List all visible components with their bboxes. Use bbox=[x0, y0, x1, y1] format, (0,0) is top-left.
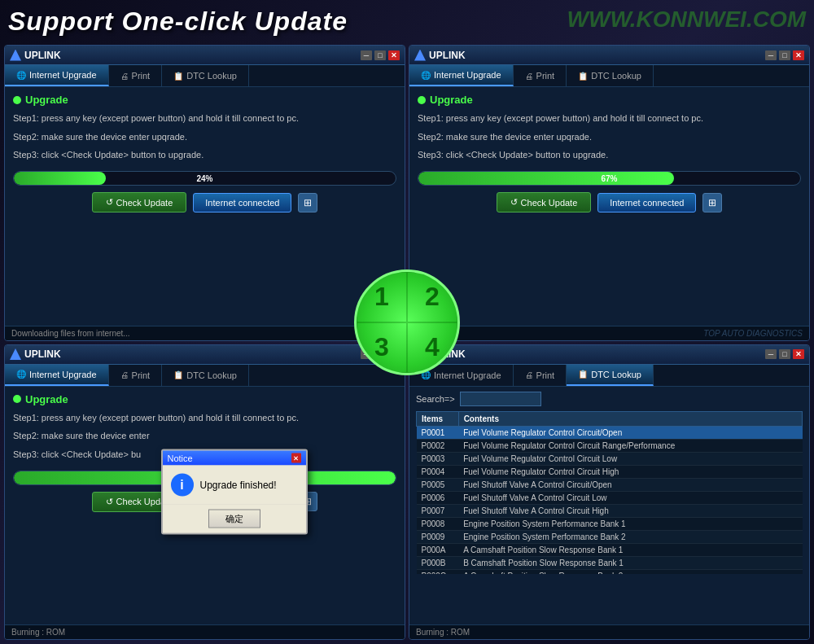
tab-dtc-q3[interactable]: 📋 DTC Lookup bbox=[162, 365, 249, 386]
table-row[interactable]: P000BB Camshaft Position Slow Response B… bbox=[417, 556, 803, 569]
minimize-btn-q2[interactable]: ─ bbox=[765, 50, 777, 60]
tab-internet-upgrade-q2[interactable]: 🌐 Internet Upgrade bbox=[409, 65, 514, 86]
minimize-btn-q4[interactable]: ─ bbox=[765, 349, 777, 359]
tab-internet-upgrade-q3[interactable]: 🌐 Internet Upgrade bbox=[5, 365, 109, 386]
maximize-btn-q2[interactable]: □ bbox=[779, 50, 790, 60]
tab-print-q4[interactable]: 🖨 Print bbox=[514, 365, 567, 386]
dtc-content-cell: Fuel Volume Regulator Control Circuit Hi… bbox=[458, 465, 802, 478]
print-icon-q3: 🖨 bbox=[120, 370, 129, 379]
tab-print-q1[interactable]: 🖨 Print bbox=[109, 65, 163, 86]
close-btn-q2[interactable]: ✕ bbox=[793, 50, 804, 60]
tab-print-q2[interactable]: 🖨 Print bbox=[514, 65, 567, 86]
progress-text-q1: 24% bbox=[196, 174, 212, 183]
titlebar-buttons-q4: ─ □ ✕ bbox=[765, 349, 804, 359]
table-row[interactable]: P0001Fuel Volume Regulator Control Circu… bbox=[417, 426, 803, 439]
dtc-icon-q1: 📋 bbox=[173, 72, 183, 81]
table-row[interactable]: P0003Fuel Volume Regulator Control Circu… bbox=[417, 452, 803, 465]
minimize-btn-q1[interactable]: ─ bbox=[361, 50, 372, 60]
notice-close-btn[interactable]: ✕ bbox=[291, 453, 301, 463]
print-icon-q4: 🖨 bbox=[525, 370, 533, 379]
tab-dtc-q4[interactable]: 📋 DTC Lookup bbox=[567, 365, 654, 386]
table-row[interactable]: P0006Fuel Shutoff Valve A Control Circui… bbox=[417, 491, 803, 504]
nav-tabs-q3: 🌐 Internet Upgrade 🖨 Print 📋 DTC Lookup bbox=[5, 365, 405, 387]
dtc-table-container[interactable]: Items Contents P0001Fuel Volume Regulato… bbox=[416, 411, 803, 574]
internet-connected-btn-q2[interactable]: Internet connected bbox=[597, 193, 696, 212]
dtc-item: P0006 bbox=[417, 491, 459, 504]
dtc-item: P0008 bbox=[417, 517, 459, 530]
tab-internet-upgrade-q1[interactable]: 🌐 Internet Upgrade bbox=[5, 65, 109, 86]
tab-dtc-q1[interactable]: 📋 DTC Lookup bbox=[162, 65, 249, 86]
dtc-content-cell: Fuel Shutoff Valve A Control Circuit Low bbox=[458, 491, 802, 504]
check-update-btn-q2[interactable]: ↺ Check Update bbox=[497, 192, 592, 212]
tab-dtc-q2[interactable]: 📋 DTC Lookup bbox=[567, 65, 654, 86]
table-row[interactable]: P0008Engine Position System Performance … bbox=[417, 517, 803, 530]
status-bar-q2: TOP AUTO DIAGNOSTICS bbox=[409, 326, 809, 340]
notice-footer: 确定 bbox=[163, 505, 306, 533]
search-row: Search=> bbox=[416, 392, 803, 406]
table-row[interactable]: P0004Fuel Volume Regulator Control Circu… bbox=[417, 465, 803, 478]
titlebar-text-q1: UPLINK bbox=[24, 50, 361, 61]
content-q2: Upgrade Step1: press any key (except pow… bbox=[409, 87, 809, 326]
print-icon-q1: 🖨 bbox=[120, 72, 129, 81]
website-label: WWW.KONNWEI.COM bbox=[567, 7, 806, 33]
notice-dialog: Notice ✕ i Upgrade finished! 确定 bbox=[161, 449, 308, 535]
dtc-content-cell: Fuel Shutoff Valve A Control Circuit/Ope… bbox=[458, 478, 802, 491]
upgrade-dot-q3 bbox=[13, 395, 21, 403]
progress-fill-q2 bbox=[418, 172, 674, 185]
dtc-icon-q4: 📋 bbox=[578, 370, 588, 379]
window-q4: UPLINK ─ □ ✕ 🌐 Internet Upgrade 🖨 Print … bbox=[409, 344, 810, 641]
status-bar-q4: Burning : ROM bbox=[409, 624, 809, 639]
dtc-item: P000A bbox=[417, 543, 459, 556]
screen-icon-btn-q2[interactable]: ⊞ bbox=[702, 193, 722, 212]
step2-q1: Step2: make sure the device enter upqrad… bbox=[13, 129, 396, 145]
tab-print-q3[interactable]: 🖨 Print bbox=[109, 365, 163, 386]
button-row-q2: ↺ Check Update Internet connected ⊞ bbox=[418, 192, 801, 212]
step1-q1: Step1: press any key (except power butto… bbox=[13, 111, 396, 126]
titlebar-buttons-q1: ─ □ ✕ bbox=[361, 50, 400, 60]
notice-body: i Upgrade finished! bbox=[163, 466, 306, 505]
check-update-btn-q1[interactable]: ↺ Check Update bbox=[92, 192, 187, 212]
dtc-item: P000C bbox=[417, 569, 459, 574]
maximize-btn-q1[interactable]: □ bbox=[374, 50, 386, 60]
step1-q3: Step1: press any key (except power butto… bbox=[13, 410, 396, 426]
dtc-content-cell: Fuel Shutoff Valve A Control Circuit Hig… bbox=[458, 504, 802, 517]
screen-icon-btn-q1[interactable]: ⊞ bbox=[298, 193, 317, 212]
table-row[interactable]: P0002Fuel Volume Regulator Control Circu… bbox=[417, 439, 803, 452]
titlebar-q1: UPLINK ─ □ ✕ bbox=[5, 46, 405, 65]
notice-titlebar: Notice ✕ bbox=[163, 451, 306, 466]
step3-q1: Step3: click <Check Update> button to up… bbox=[13, 147, 396, 163]
page-title: Support One-click Update bbox=[8, 7, 348, 37]
table-row[interactable]: P0005Fuel Shutoff Valve A Control Circui… bbox=[417, 478, 803, 491]
globe-icon-q2: 🌐 bbox=[421, 71, 431, 80]
dtc-content-cell: Engine Position System Performance Bank … bbox=[458, 517, 802, 530]
titlebar-text-q2: UPLINK bbox=[429, 50, 765, 61]
status-bar-q1: Downloading files from internet... bbox=[5, 326, 405, 340]
dtc-content-cell: B Camshaft Position Slow Response Bank 1 bbox=[458, 556, 802, 569]
window-q1: UPLINK ─ □ ✕ 🌐 Internet Upgrade 🖨 Print … bbox=[4, 45, 405, 341]
dtc-content-cell: Engine Position System Performance Bank … bbox=[458, 530, 802, 543]
internet-connected-btn-q1[interactable]: Internet connected bbox=[193, 193, 291, 212]
col-items: Items bbox=[417, 411, 459, 426]
table-row[interactable]: P000CA Camshaft Position Slow Response B… bbox=[417, 569, 803, 574]
table-row[interactable]: P0007Fuel Shutoff Valve A Control Circui… bbox=[417, 504, 803, 517]
nav-tabs-q2: 🌐 Internet Upgrade 🖨 Print 📋 DTC Lookup bbox=[409, 65, 809, 87]
table-row[interactable]: P000AA Camshaft Position Slow Response B… bbox=[417, 543, 803, 556]
refresh-icon-q1: ↺ bbox=[106, 197, 113, 208]
dtc-icon-q2: 📋 bbox=[578, 72, 588, 81]
quad-num-3: 3 bbox=[357, 322, 407, 373]
table-row[interactable]: P0009Engine Position System Performance … bbox=[417, 530, 803, 543]
search-input[interactable] bbox=[460, 392, 541, 406]
maximize-btn-q4[interactable]: □ bbox=[779, 349, 790, 359]
dtc-item: P0004 bbox=[417, 465, 459, 478]
dtc-content: Search=> Items Contents P0001Fuel Volume… bbox=[409, 387, 809, 625]
quadrant-circle: 1 2 3 4 bbox=[354, 269, 460, 375]
upgrade-title-q1: Upgrade bbox=[13, 94, 396, 106]
notice-ok-btn[interactable]: 确定 bbox=[208, 510, 260, 528]
dtc-content-cell: Fuel Volume Regulator Control Circuit Lo… bbox=[458, 452, 802, 465]
watermark-q2: TOP AUTO DIAGNOSTICS bbox=[703, 329, 803, 338]
close-btn-q1[interactable]: ✕ bbox=[388, 50, 400, 60]
close-btn-q4[interactable]: ✕ bbox=[793, 349, 804, 359]
print-icon-q2: 🖨 bbox=[525, 72, 533, 81]
quad-num-1: 1 bbox=[357, 272, 407, 322]
dtc-item: P0003 bbox=[417, 452, 459, 465]
